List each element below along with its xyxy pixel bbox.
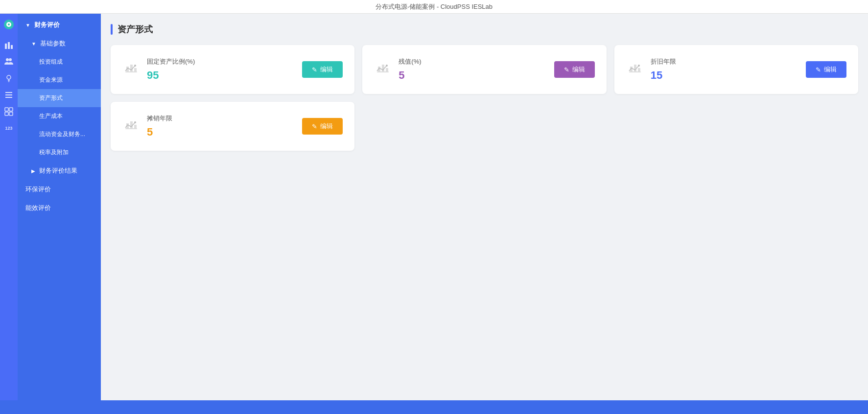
svg-rect-33 <box>125 128 137 129</box>
svg-rect-20 <box>130 65 133 71</box>
edit-icon-3: ✎ <box>816 66 821 73</box>
card-left-4: 摊销年限 5 <box>122 114 172 138</box>
svg-rect-21 <box>134 68 137 71</box>
svg-point-37 <box>134 121 136 123</box>
card-fixed-asset-ratio: 固定资产比例(%) 95 ✎ 编辑 <box>111 45 354 94</box>
edit-btn-depreciation[interactable]: ✎ 编辑 <box>806 61 846 78</box>
sidebar-item-production-cost[interactable]: 生产成本 <box>18 107 101 125</box>
sidebar-item-financial-eval[interactable]: ▼ 财务评价 <box>18 16 101 34</box>
card-label-2: 残值(%) <box>399 57 421 66</box>
sidebar-item-energy-eval[interactable]: 能效评价 <box>18 199 101 217</box>
svg-rect-23 <box>377 71 389 72</box>
card-info-1: 固定资产比例(%) 95 <box>147 57 195 82</box>
svg-point-8 <box>7 75 11 79</box>
edit-btn-fixed-asset[interactable]: ✎ 编辑 <box>302 61 343 78</box>
svg-rect-10 <box>8 81 10 82</box>
svg-point-2 <box>8 23 10 25</box>
svg-rect-36 <box>134 125 137 128</box>
edit-icon-4: ✎ <box>312 123 317 130</box>
svg-rect-17 <box>9 112 13 115</box>
card-label-4: 摊销年限 <box>147 114 172 123</box>
sidebar-item-asset-form[interactable]: 资产形式 <box>18 89 101 107</box>
svg-rect-18 <box>125 71 137 72</box>
sidebar-item-tax-rate[interactable]: 税率及附加 <box>18 143 101 161</box>
svg-rect-31 <box>638 68 640 71</box>
card-amortization-years: 摊销年限 5 ✎ 编辑 <box>111 102 354 151</box>
bottom-bar <box>0 400 868 414</box>
card-icon-1 <box>122 61 140 78</box>
svg-rect-3 <box>5 44 7 49</box>
cards-row-2: 摊销年限 5 ✎ 编辑 <box>111 102 858 151</box>
svg-rect-30 <box>634 65 636 71</box>
svg-rect-14 <box>5 108 8 111</box>
icon-sidebar: 123 <box>0 14 18 400</box>
bar-chart-icon[interactable] <box>2 38 16 52</box>
number-icon[interactable]: 123 <box>2 121 16 135</box>
bulb-icon[interactable] <box>2 71 16 85</box>
svg-rect-35 <box>130 121 133 128</box>
svg-point-22 <box>134 65 136 67</box>
card-icon-3 <box>626 61 644 78</box>
edit-icon-2: ✎ <box>564 66 569 73</box>
sidebar-item-capital-source[interactable]: 资金来源 <box>18 71 101 89</box>
card-info-3: 折旧年限 15 <box>651 57 676 82</box>
cards-row-1: 固定资产比例(%) 95 ✎ 编辑 <box>111 45 858 94</box>
list-icon[interactable] <box>2 88 16 102</box>
svg-point-27 <box>386 65 388 67</box>
svg-rect-16 <box>5 112 8 115</box>
page-header: 资产形式 <box>111 23 858 35</box>
title-text: 分布式电源-储能案例 - CloudPSS IESLab <box>375 2 493 11</box>
card-depreciation-years: 折旧年限 15 ✎ 编辑 <box>614 45 858 94</box>
analytics-icon[interactable] <box>2 105 16 118</box>
title-bar: 分布式电源-储能案例 - CloudPSS IESLab <box>0 0 868 14</box>
svg-point-6 <box>6 58 9 61</box>
card-value-3: 15 <box>651 69 676 82</box>
svg-rect-26 <box>386 68 388 71</box>
card-label-3: 折旧年限 <box>651 57 676 66</box>
sidebar-item-env-eval[interactable]: 环保评价 <box>18 180 101 199</box>
svg-rect-4 <box>8 42 10 49</box>
nav-sidebar: ▼ 财务评价 ▼ 基础参数 投资组成 资金来源 资产形式 生产成本 流动资金及财… <box>18 14 101 400</box>
sidebar-item-basic-params[interactable]: ▼ 基础参数 <box>18 34 101 53</box>
card-icon-4 <box>122 117 140 135</box>
card-residual-value: 残值(%) 5 ✎ 编辑 <box>362 45 606 94</box>
sidebar-item-investment-comp[interactable]: 投资组成 <box>18 53 101 71</box>
svg-rect-9 <box>8 80 10 81</box>
svg-rect-25 <box>382 65 384 71</box>
card-info-2: 残值(%) 5 <box>399 57 421 82</box>
svg-point-32 <box>638 65 640 67</box>
sidebar-item-eval-result[interactable]: ▶ 财务评价结果 <box>18 161 101 180</box>
content-area: 资产形式 <box>101 14 868 400</box>
svg-rect-28 <box>629 71 641 72</box>
edit-icon-1: ✎ <box>312 66 317 73</box>
logo-icon[interactable] <box>2 18 16 31</box>
card-left-3: 折旧年限 15 <box>626 57 676 82</box>
svg-rect-5 <box>11 45 13 49</box>
sidebar-item-working-capital[interactable]: 流动资金及财务... <box>18 125 101 143</box>
arrow-down-icon: ▼ <box>25 23 30 28</box>
card-info-4: 摊销年限 5 <box>147 114 172 138</box>
svg-rect-15 <box>9 108 13 111</box>
arrow-down-icon-2: ▼ <box>31 41 36 46</box>
card-value-1: 95 <box>147 69 195 82</box>
card-label-1: 固定资产比例(%) <box>147 57 195 66</box>
people-icon[interactable] <box>2 55 16 69</box>
page-header-bar <box>111 24 113 35</box>
svg-point-7 <box>9 58 12 61</box>
card-icon-2 <box>374 61 392 78</box>
card-left-1: 固定资产比例(%) 95 <box>122 57 195 82</box>
card-value-4: 5 <box>147 126 172 138</box>
edit-btn-amortization[interactable]: ✎ 编辑 <box>302 118 343 135</box>
card-value-2: 5 <box>399 69 421 82</box>
arrow-right-icon: ▶ <box>31 168 35 174</box>
edit-btn-residual[interactable]: ✎ 编辑 <box>554 61 595 78</box>
page-title: 资产形式 <box>117 23 153 35</box>
card-left-2: 残值(%) 5 <box>374 57 421 82</box>
